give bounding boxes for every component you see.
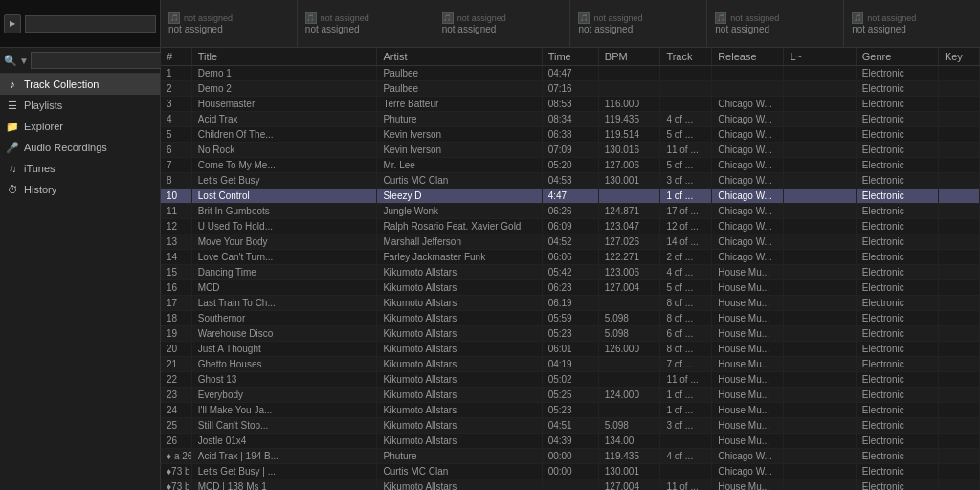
sidebar-item-explorer[interactable]: 📁 Explorer: [0, 116, 160, 137]
cell-9: [938, 127, 979, 143]
table-row[interactable]: 13Move Your BodyMarshall Jefferson04:521…: [161, 234, 980, 250]
table-row[interactable]: 24I'll Make You Ja...Kikumoto Allstars05…: [161, 403, 980, 418]
sidebar-item-label-audio-recordings: Audio Recordings: [24, 142, 107, 153]
cell-3: [542, 479, 598, 491]
col-header-key[interactable]: Key: [938, 48, 979, 66]
cell-4: 127.004: [598, 280, 660, 296]
cell-4: 123.006: [598, 265, 660, 280]
cell-7: [784, 112, 856, 127]
cell-6: House Mu...: [712, 265, 784, 280]
col-header-bpm[interactable]: BPM: [598, 48, 660, 66]
col-header-num[interactable]: #: [161, 48, 191, 66]
cell-8: Electronic: [856, 342, 938, 357]
cell-7: [784, 234, 856, 250]
col-header-title[interactable]: Title: [191, 48, 377, 66]
table-row[interactable]: 17Last Train To Ch...Kikumoto Allstars06…: [161, 296, 980, 311]
table-row[interactable]: 7Come To My Me...Mr. Lee05:20127.0065 of…: [161, 158, 980, 173]
explorer-icon: 📁: [6, 120, 19, 133]
cell-4: [598, 357, 660, 372]
table-row[interactable]: 1Demo 1Paulbee04:47Electronic: [161, 66, 980, 81]
main-search-input[interactable]: [25, 15, 156, 33]
cell-3: 05:20: [542, 158, 598, 173]
cell-9: [938, 479, 979, 491]
cell-4: [598, 81, 660, 97]
cell-7: [784, 265, 856, 280]
table-row[interactable]: 4Acid TraxPhuture08:34119.4354 of ...Chi…: [161, 112, 980, 127]
table-row[interactable]: 10Lost ControlSleezy D4:471 of ...Chicag…: [161, 189, 980, 204]
table-row[interactable]: 19Warehouse DiscoKikumoto Allstars05:235…: [161, 326, 980, 342]
table-row[interactable]: 26Jostle 01x4Kikumoto Allstars04:39134.0…: [161, 434, 980, 449]
table-row[interactable]: 6No RockKevin Iverson07:09130.01611 of .…: [161, 143, 980, 158]
table-row[interactable]: ♦73 b 27 28Let's Get Busy | ...Curtis MC…: [161, 464, 980, 479]
col-header-time[interactable]: Time: [542, 48, 598, 66]
cell-6: Chicago W...: [712, 189, 784, 204]
sidebar-item-history[interactable]: ⏱ History: [0, 179, 160, 200]
cell-8: Electronic: [856, 388, 938, 403]
cell-0: 21: [161, 357, 191, 372]
cell-2: Kikumoto Allstars: [377, 357, 542, 372]
cell-8: Electronic: [856, 265, 938, 280]
cell-5: 5 of ...: [660, 280, 712, 296]
cell-5: 5 of ...: [660, 127, 712, 143]
deck-label-6-top: not assigned: [867, 13, 916, 23]
cell-6: House Mu...: [712, 342, 784, 357]
sidebar-item-audio-recordings[interactable]: 🎤 Audio Recordings: [0, 137, 160, 158]
play-button[interactable]: ▶: [4, 14, 21, 33]
cell-1: Demo 1: [191, 66, 377, 81]
cell-5: 7 of ...: [660, 357, 712, 372]
cell-0: 25: [161, 418, 191, 434]
cell-4: 5.098: [598, 326, 660, 342]
cell-6: House Mu...: [712, 403, 784, 418]
table-row[interactable]: 20Just A ThoughtKikumoto Allstars06:0112…: [161, 342, 980, 357]
table-row[interactable]: 25Still Can't Stop...Kikumoto Allstars04…: [161, 418, 980, 434]
cell-8: Electronic: [856, 403, 938, 418]
deck-label-4-top: not assigned: [593, 13, 642, 23]
cell-5: 11 of ...: [660, 143, 712, 158]
col-header-track[interactable]: Track: [660, 48, 712, 66]
cell-6: Chicago W...: [712, 158, 784, 173]
table-row[interactable]: 12U Used To Hold...Ralph Rosario Feat. X…: [161, 219, 980, 234]
search-dropdown-icon[interactable]: ▼: [19, 56, 29, 66]
table-row[interactable]: 23EverybodyKikumoto Allstars05:25124.000…: [161, 388, 980, 403]
cell-3: 04:52: [542, 234, 598, 250]
table-row[interactable]: 5Children Of The...Kevin Iverson06:38119…: [161, 127, 980, 143]
table-row[interactable]: ♦ a 26 27Acid Trax | 194 B...Phuture00:0…: [161, 449, 980, 464]
col-header-artist[interactable]: Artist: [377, 48, 542, 66]
table-row[interactable]: 2Demo 2Paulbee07:16Electronic: [161, 81, 980, 97]
cell-2: Paulbee: [377, 66, 542, 81]
cell-5: [660, 81, 712, 97]
table-row[interactable]: 11Brit In GumbootsJungle Wonk06:26124.87…: [161, 204, 980, 219]
table-row[interactable]: 14Love Can't Turn...Farley Jackmaster Fu…: [161, 250, 980, 265]
table-row[interactable]: 3HousemasterTerre Batteur08:53116.000Chi…: [161, 97, 980, 112]
table-row[interactable]: 18SouthernorKikumoto Allstars05:595.0988…: [161, 311, 980, 326]
sidebar-item-playlists[interactable]: ☰ Playlists: [0, 95, 160, 116]
table-row[interactable]: 22Ghost 13Kikumoto Allstars05:0211 of ..…: [161, 372, 980, 388]
sidebar-item-track-collection[interactable]: ♪ Track Collection: [0, 74, 160, 95]
cell-9: [938, 234, 979, 250]
cell-7: [784, 311, 856, 326]
cell-9: [938, 357, 979, 372]
table-row[interactable]: 16MCDKikumoto Allstars06:23127.0045 of .…: [161, 280, 980, 296]
cell-4: 124.000: [598, 388, 660, 403]
col-header-genre[interactable]: Genre: [856, 48, 938, 66]
deck-left-controls: ▶: [0, 0, 161, 47]
col-header-release[interactable]: Release: [712, 48, 784, 66]
cell-0: 22: [161, 372, 191, 388]
cell-6: Chicago W...: [712, 234, 784, 250]
cell-2: Farley Jackmaster Funk: [377, 250, 542, 265]
cell-1: Let's Get Busy | ...: [191, 464, 377, 479]
sidebar-search-input[interactable]: [31, 52, 162, 69]
cell-3: 05:42: [542, 265, 598, 280]
table-row[interactable]: 15Dancing TimeKikumoto Allstars05:42123.…: [161, 265, 980, 280]
deck-label-3-bot: not assigned: [442, 24, 563, 34]
track-list[interactable]: # Title Artist Time BPM Track Release L~…: [161, 48, 980, 490]
col-header-label[interactable]: L~: [784, 48, 856, 66]
cell-6: House Mu...: [712, 372, 784, 388]
cell-4: 127.026: [598, 234, 660, 250]
table-row[interactable]: ♦73 b 28 29MCD | 138 Ms 1Kikumoto Allsta…: [161, 479, 980, 491]
table-row[interactable]: 8Let's Get BusyCurtis MC Clan04:53130.00…: [161, 173, 980, 189]
sidebar-item-itunes[interactable]: ♫ iTunes: [0, 158, 160, 179]
deck-icon-1: 🎵: [168, 12, 180, 24]
table-row[interactable]: 21Ghetto HousesKikumoto Allstars04:197 o…: [161, 357, 980, 372]
cell-9: [938, 311, 979, 326]
